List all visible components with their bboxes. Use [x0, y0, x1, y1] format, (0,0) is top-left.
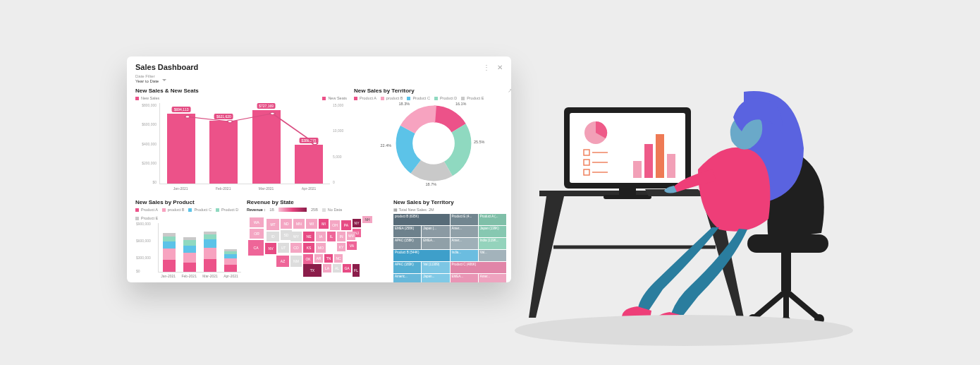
legend-item: product B	[162, 208, 185, 212]
legend-item: Product C	[188, 208, 211, 212]
legend-max: 25B	[311, 208, 318, 212]
legend-gradient	[278, 208, 307, 212]
us-map: WA OR MT ID ND SD CA NV UT CO WY MN KS N…	[247, 215, 388, 268]
svg-line-32	[786, 291, 818, 318]
y-axis-right: 15,000 10,000 5,000 0	[330, 103, 347, 184]
plot-area: $694,113 $621,620 $727,169 $386,515	[159, 103, 330, 184]
date-filter-label: Date Filter	[135, 74, 503, 78]
legend-new-seats: New Seats	[322, 96, 347, 100]
pct-label: 18.3%	[399, 102, 410, 106]
treemap-subtitle: Total New Sales: 2M	[398, 208, 434, 212]
pct-label: 22.4%	[381, 143, 392, 148]
chevron-down-icon	[162, 79, 166, 83]
y-tick: $600,000	[136, 239, 151, 243]
floor-shadow	[515, 315, 853, 346]
y-tick: $900,000	[136, 222, 151, 226]
svg-rect-30	[781, 253, 791, 291]
more-icon[interactable]: ⋮	[483, 64, 490, 71]
stack-bar	[224, 249, 237, 272]
panel-title: New Sales by Product	[135, 199, 241, 205]
bar-mar: $727,169	[252, 110, 281, 184]
dashboard-header: Sales Dashboard ⋮ ✕	[127, 56, 511, 74]
legend-item: Product E	[135, 216, 158, 220]
close-icon[interactable]: ✕	[497, 64, 503, 71]
legend-label: Revenue :	[247, 208, 265, 212]
panel-map: Revenue by State Revenue : 1B 25B No Dat…	[247, 199, 388, 282]
x-axis: Jan-2021 Feb-2021 Mar-2021 Apr-2021	[159, 186, 330, 191]
legend-item: Product C	[407, 96, 429, 100]
y-axis-left: $800,000 $600,000 $400,000 $200,000 $0	[135, 103, 159, 184]
illustration	[465, 71, 902, 353]
treemap-cell: Product B (544K)	[393, 250, 450, 261]
panel-stacked: New Sales by Product Product A product B…	[135, 199, 241, 282]
treemap-cell: APAC (158K)	[393, 238, 421, 249]
pct-label: 18.7%	[426, 182, 437, 186]
legend-new-sales: New Sales	[135, 96, 159, 100]
svg-rect-25	[644, 144, 653, 178]
legend-item: product B	[381, 96, 403, 100]
legend-item: Product A	[135, 208, 158, 212]
y-tick: $300,000	[136, 256, 151, 260]
donut-chart: 16.1% 25.5% 18.7% 22.4% 18.3%	[395, 104, 472, 182]
treemap-cell: product B (635K)	[393, 214, 450, 225]
svg-marker-10	[529, 196, 564, 318]
svg-rect-15	[619, 189, 636, 196]
svg-rect-26	[656, 134, 664, 178]
illustration-svg	[465, 71, 902, 353]
bar-jan: $694,113	[167, 114, 195, 184]
panel-title: New Sales & New Seats	[135, 88, 347, 94]
svg-rect-16	[604, 195, 651, 199]
stack-bar	[204, 232, 216, 272]
x-axis: Jan-2021Feb-2021Mar-2021Apr-2021	[158, 274, 241, 278]
stack-bar	[183, 237, 196, 272]
filter-icon: ▦	[393, 208, 398, 212]
legend-item: Product D	[434, 96, 457, 100]
treemap-cell: Japan...	[422, 274, 449, 282]
treemap-cell: Val (11309)	[422, 262, 449, 273]
svg-rect-24	[633, 161, 642, 178]
svg-line-31	[754, 291, 786, 318]
treemap-cell: EMEA...	[422, 238, 449, 249]
treemap-cell: Japan (...	[422, 226, 449, 237]
treemap-cell: APAC (183K)	[393, 262, 421, 273]
bar-apr: $386,515	[295, 145, 323, 184]
treemap-cell: Americ...	[393, 274, 421, 282]
panel-title: Revenue by State	[247, 199, 388, 205]
legend-min: 1B	[269, 208, 274, 212]
panel-new-sales-seats: New Sales & New Seats New Sales New Seat…	[135, 88, 347, 191]
date-filter-value: Year to Date	[135, 79, 159, 83]
stack-bar	[163, 233, 176, 272]
dashboard-card: Sales Dashboard ⋮ ✕ Date Filter Year to …	[127, 56, 511, 282]
legend-nodata: No Data	[322, 208, 342, 212]
legend-item: Product A	[354, 96, 376, 100]
svg-rect-29	[747, 234, 828, 253]
date-filter[interactable]: Date Filter Year to Date	[127, 74, 511, 88]
bar-feb: $621,620	[209, 121, 238, 184]
y-tick: $0	[136, 269, 140, 273]
svg-rect-27	[667, 154, 675, 178]
legend-item: Product D	[216, 208, 238, 212]
dashboard-title: Sales Dashboard	[135, 63, 198, 71]
treemap-cell: EMEA (258K)	[393, 226, 421, 237]
